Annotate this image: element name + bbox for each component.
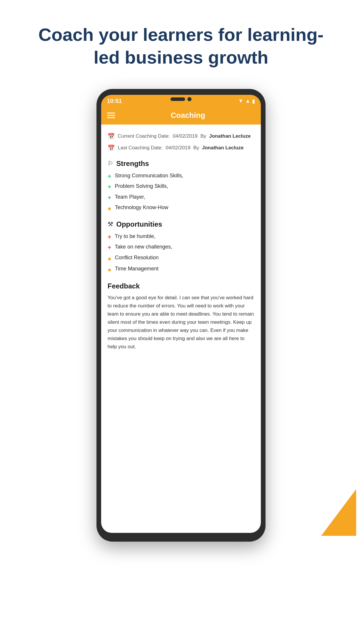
strength-item-3: + Team Player, bbox=[108, 192, 254, 203]
opportunity-item-3: ● Conflict Resolution bbox=[108, 253, 254, 265]
feedback-section: Feedback You've got a good eye for detai… bbox=[108, 282, 254, 351]
strength-text-1: Strong Communication Skills, bbox=[115, 173, 183, 179]
strength-item-2: + Problem Solving Skills, bbox=[108, 182, 254, 192]
app-toolbar: Coaching bbox=[101, 107, 261, 125]
opportunity-text-3: Conflict Resolution bbox=[115, 255, 159, 261]
bullet-red-1: + bbox=[108, 233, 111, 241]
page-header: Coach your learners for learning-led bus… bbox=[0, 0, 362, 80]
notch-pill bbox=[171, 97, 185, 101]
menu-button[interactable] bbox=[107, 113, 115, 118]
strengths-title: Strengths bbox=[116, 160, 149, 168]
calendar-icon-current: 📅 bbox=[108, 133, 115, 140]
app-content: 📅 Current Coaching Date: 04/02/2019 By J… bbox=[101, 125, 261, 533]
strengths-icon: ⚐ bbox=[108, 160, 113, 167]
opportunity-text-1: Try to be humble, bbox=[115, 233, 155, 239]
opportunities-icon: ⚒ bbox=[108, 220, 113, 228]
current-coach-name: Jonathan Lecluze bbox=[209, 133, 251, 139]
hamburger-line-3 bbox=[107, 117, 115, 118]
bullet-orange-opp-3: ● bbox=[108, 255, 111, 263]
opportunity-item-2: + Take on new challenges, bbox=[108, 242, 254, 253]
opportunities-header: ⚒ Opportunities bbox=[108, 220, 254, 228]
status-time: 10:51 bbox=[107, 98, 122, 104]
current-date-value: 04/02/2019 bbox=[173, 133, 198, 139]
phone-mockup: 10:51 ▼ ▲ ▮ Coaching 📅 bbox=[0, 80, 362, 542]
last-coach-name: Jonathan Lecluze bbox=[202, 145, 244, 151]
opportunity-text-2: Take on new challenges, bbox=[115, 244, 172, 250]
strengths-header: ⚐ Strengths bbox=[108, 160, 254, 168]
phone-frame: 10:51 ▼ ▲ ▮ Coaching 📅 bbox=[96, 89, 266, 542]
last-date-value: 04/02/2019 bbox=[166, 145, 190, 151]
bullet-orange-4: ● bbox=[108, 204, 111, 213]
notch-camera bbox=[187, 97, 191, 101]
hamburger-line-2 bbox=[107, 115, 115, 116]
current-coaching-date-row: 📅 Current Coaching Date: 04/02/2019 By J… bbox=[108, 130, 254, 142]
bullet-green-1: + bbox=[108, 173, 111, 180]
strength-item-1: + Strong Communication Skills, bbox=[108, 171, 254, 182]
last-date-label: Last Coaching Date: bbox=[118, 145, 163, 151]
current-by-label: By bbox=[201, 133, 206, 139]
opportunity-item-4: ● Time Management bbox=[108, 264, 254, 276]
current-date-label: Current Coaching Date: bbox=[118, 133, 170, 139]
status-bar: 10:51 ▼ ▲ ▮ bbox=[101, 95, 261, 107]
opportunities-title: Opportunities bbox=[116, 220, 162, 228]
last-by-label: By bbox=[193, 145, 199, 151]
bullet-green-3: + bbox=[108, 194, 111, 202]
status-icons: ▼ ▲ ▮ bbox=[238, 98, 255, 104]
strength-text-2: Problem Solving Skills, bbox=[115, 183, 168, 189]
calendar-icon-last: 📅 bbox=[108, 144, 115, 151]
corner-orange bbox=[321, 489, 356, 536]
toolbar-title: Coaching bbox=[121, 111, 255, 120]
hamburger-line-1 bbox=[107, 113, 115, 113]
bullet-orange-opp-4: ● bbox=[108, 266, 111, 274]
last-coaching-date-row: 📅 Last Coaching Date: 04/02/2019 By Jona… bbox=[108, 142, 254, 154]
notch bbox=[171, 97, 191, 101]
strength-item-4: ● Technology Know-How bbox=[108, 203, 254, 214]
bullet-red-2: + bbox=[108, 244, 111, 251]
opportunity-item-1: + Try to be humble, bbox=[108, 232, 254, 242]
battery-icon: ▮ bbox=[252, 98, 255, 104]
wifi-icon: ▼ bbox=[238, 98, 243, 104]
opportunity-text-4: Time Management bbox=[115, 266, 158, 272]
strength-text-4: Technology Know-How bbox=[115, 204, 168, 211]
feedback-body: You've got a good eye for detail. I can … bbox=[108, 294, 254, 351]
corner-decoration bbox=[318, 477, 356, 536]
feedback-title: Feedback bbox=[108, 282, 254, 290]
strength-text-3: Team Player, bbox=[115, 194, 145, 200]
signal-icon: ▲ bbox=[245, 98, 250, 104]
page-headline: Coach your learners for learning-led bus… bbox=[29, 23, 333, 69]
bullet-green-2: + bbox=[108, 183, 111, 191]
